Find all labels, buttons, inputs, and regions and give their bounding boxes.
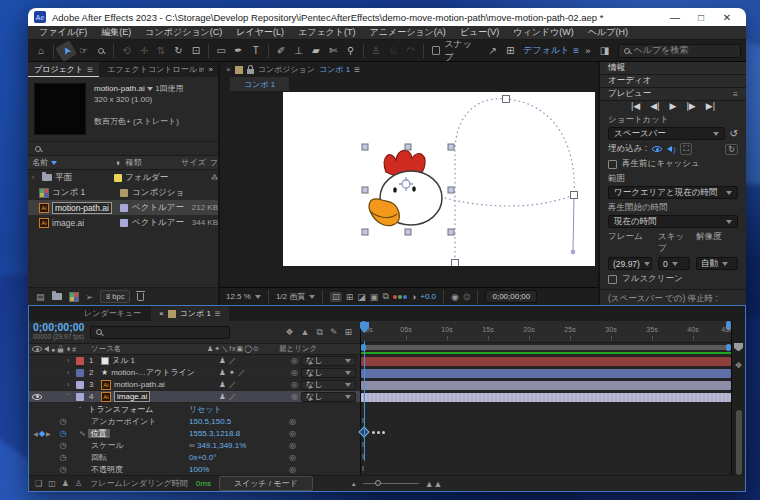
layer-row-1[interactable]: › 1 ヌル 1 ♟／ ◎ なし bbox=[29, 355, 360, 367]
label-chip[interactable] bbox=[76, 369, 84, 377]
grid-options-icon[interactable]: ⊞ bbox=[502, 43, 518, 59]
new-composition-icon[interactable] bbox=[69, 292, 79, 302]
resize-arrow-icon[interactable]: ↗ bbox=[485, 43, 501, 59]
quality-switch-icon[interactable]: ／ bbox=[229, 380, 237, 390]
grid-guides-icon[interactable]: ⊞ bbox=[346, 292, 354, 302]
brush-tool-icon[interactable]: ✐ bbox=[273, 43, 289, 59]
layer-bar-outline[interactable] bbox=[361, 367, 731, 379]
project-row-motion-path[interactable]: Ai motion-path.ai ベクトルアート 212 KB bbox=[28, 200, 218, 215]
menu-composition[interactable]: コンポジション(C) bbox=[138, 26, 229, 39]
stopwatch-icon[interactable]: ◷ bbox=[55, 441, 71, 450]
solo-column-icon[interactable]: ● bbox=[51, 346, 55, 353]
sort-arrow-icon[interactable] bbox=[51, 161, 57, 165]
path-keyframe-top[interactable] bbox=[503, 96, 510, 103]
workspace-menu-icon[interactable]: ≡ bbox=[573, 45, 579, 56]
workspace-selector[interactable]: デフォルト bbox=[523, 44, 569, 57]
lasso-icon[interactable]: ◠ bbox=[402, 43, 418, 59]
reset-icon[interactable]: ↺ bbox=[730, 128, 738, 139]
dolly-camera-tool-icon[interactable]: ⇅ bbox=[153, 43, 169, 59]
video-include-icon[interactable] bbox=[652, 146, 662, 152]
puppet-starch-icon[interactable]: ♘ bbox=[385, 43, 401, 59]
pickwhip-icon[interactable]: ◎ bbox=[289, 417, 296, 426]
layer-bar-motion-path[interactable] bbox=[361, 379, 731, 391]
prev-keyframe-icon[interactable]: ◀ bbox=[33, 430, 38, 437]
reset-link[interactable]: リセット bbox=[189, 404, 289, 415]
pen-tool-icon[interactable]: ✒ bbox=[230, 43, 246, 59]
loop-icon[interactable]: ↻ bbox=[725, 144, 738, 155]
title-bar[interactable]: Ae Adobe After Effects 2023 - C:\Storage… bbox=[28, 8, 746, 26]
fullscreen-row[interactable]: フルスクリーン bbox=[600, 270, 746, 285]
transparency-grid-icon[interactable]: ⧉ bbox=[382, 291, 388, 302]
composition-viewport[interactable] bbox=[220, 91, 598, 287]
audio-panel-header[interactable]: オーディオ bbox=[600, 75, 746, 88]
stopwatch-icon[interactable]: ◷ bbox=[55, 417, 71, 426]
project-row-folder[interactable]: › 平面 フォルダー ⁂ bbox=[28, 170, 218, 185]
close-tab-icon[interactable]: × bbox=[159, 309, 164, 318]
scale-value[interactable]: 349.1,349.1% bbox=[197, 441, 246, 450]
keyframe-cluster[interactable] bbox=[372, 431, 385, 434]
bit-depth-button[interactable]: 8 bpc bbox=[100, 290, 130, 303]
frame-blend-icon[interactable]: ⧉ bbox=[316, 327, 322, 338]
eraser-tool-icon[interactable]: ▰ bbox=[308, 43, 324, 59]
comp-button-icon[interactable]: ✥ bbox=[735, 361, 742, 370]
number-column-label[interactable]: # bbox=[72, 346, 76, 353]
hand-tool-icon[interactable]: ☞ bbox=[76, 43, 92, 59]
label-chip[interactable] bbox=[120, 189, 128, 197]
snap-checkbox[interactable] bbox=[432, 46, 441, 55]
frame-rate-dropdown[interactable]: (29.97) bbox=[608, 257, 652, 270]
trash-icon[interactable] bbox=[137, 293, 144, 301]
close-tab-icon[interactable]: × bbox=[226, 65, 231, 74]
twisty-icon[interactable]: ˇ bbox=[67, 393, 74, 400]
panel-menu-icon[interactable]: ≡ bbox=[215, 308, 221, 319]
work-area-bar[interactable] bbox=[361, 345, 731, 350]
twisty-icon[interactable]: › bbox=[67, 357, 74, 364]
opacity-value[interactable]: 100% bbox=[189, 465, 289, 474]
composition-canvas[interactable] bbox=[283, 92, 595, 266]
resolution-dropdown[interactable]: 1/2 画質 bbox=[276, 291, 315, 302]
region-of-interest-icon[interactable]: ▣ bbox=[370, 292, 379, 302]
opacity-row[interactable]: ◷ 不透明度 100% ◎ bbox=[29, 463, 360, 475]
puppet-pin-tool-icon[interactable]: ⚲ bbox=[342, 43, 358, 59]
zoom-in-mountain-icon[interactable]: ▲▲ bbox=[425, 479, 443, 489]
pickwhip-icon[interactable]: ◎ bbox=[291, 368, 298, 377]
transform-group-row[interactable]: ˇ トランスフォーム リセット bbox=[29, 403, 360, 415]
audio-include-icon[interactable]: ) bbox=[667, 146, 675, 153]
expand-layers-icon[interactable]: ❏ bbox=[35, 479, 42, 488]
stopwatch-icon[interactable]: ◷ bbox=[55, 453, 71, 462]
pickwhip-icon[interactable]: ◎ bbox=[289, 465, 296, 474]
puppet-overlap-icon[interactable]: ♙ bbox=[368, 43, 384, 59]
pickwhip-icon[interactable]: ◎ bbox=[291, 392, 298, 401]
layer-visibility-icon[interactable] bbox=[32, 394, 42, 400]
pickwhip-icon[interactable]: ◎ bbox=[289, 441, 296, 450]
pickwhip-icon[interactable]: ◎ bbox=[291, 380, 298, 389]
rectangle-tool-icon[interactable]: ▭ bbox=[213, 43, 229, 59]
view-options-icon[interactable]: ⊡ bbox=[330, 292, 342, 302]
layer-bar-image-selected[interactable] bbox=[361, 391, 731, 403]
project-row-comp[interactable]: コンポ 1 コンポジション bbox=[28, 185, 218, 200]
col-kind-label[interactable]: 種類 bbox=[125, 157, 174, 168]
overflow-chevrons-icon[interactable]: » bbox=[585, 46, 590, 56]
current-time-display[interactable]: 0;00;00;00 00000 (29.97 fps) bbox=[33, 323, 84, 341]
position-value[interactable]: 1555.3,1218.8 bbox=[189, 429, 289, 438]
rotation-value[interactable]: 0x+0.0° bbox=[189, 453, 289, 462]
label-chip[interactable] bbox=[76, 381, 84, 389]
previous-frame-button[interactable]: ◀| bbox=[650, 101, 659, 111]
path-keyframe-bottom[interactable] bbox=[452, 260, 459, 267]
panel-menu-icon[interactable]: ≡ bbox=[733, 89, 738, 99]
layer-bar-null[interactable] bbox=[361, 355, 731, 367]
parent-link-column[interactable]: 親とリンク bbox=[279, 344, 360, 354]
twisty-icon[interactable]: ˇ bbox=[79, 406, 86, 413]
project-row-image[interactable]: Ai image.ai ベクトルアート 344 KB bbox=[28, 215, 218, 230]
maximize-button[interactable]: □ bbox=[688, 12, 714, 23]
next-frame-button[interactable]: |▶ bbox=[686, 101, 695, 111]
lock-icon[interactable] bbox=[247, 69, 254, 74]
type-tool-icon[interactable]: T bbox=[248, 43, 264, 59]
preview-panel-header[interactable]: プレビュー ≡ bbox=[600, 88, 746, 101]
twisty-icon[interactable]: › bbox=[32, 174, 39, 181]
chevron-down-icon[interactable] bbox=[147, 87, 153, 91]
clone-stamp-tool-icon[interactable]: ⊥ bbox=[290, 43, 306, 59]
magnification-dropdown[interactable]: 12.5 % bbox=[226, 292, 261, 301]
minimize-button[interactable]: — bbox=[662, 12, 688, 23]
tab-project[interactable]: プロジェクト ≡ bbox=[28, 62, 99, 77]
exposure-icon[interactable]: ◑ bbox=[411, 292, 416, 302]
